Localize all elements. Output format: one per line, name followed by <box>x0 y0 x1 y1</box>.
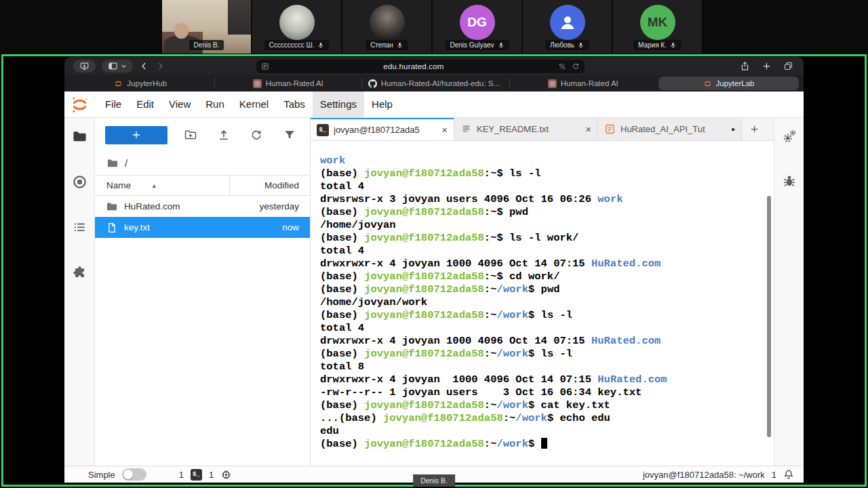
new-folder-button[interactable] <box>184 128 197 142</box>
browser-tab[interactable]: JupyterHub <box>67 78 215 89</box>
terminal-line: (base) jovyan@f180712ada58:~/work$ ls -l <box>320 348 774 361</box>
doc-tab[interactable]: $_jovyan@f180712ada5× <box>311 118 454 140</box>
debugger-tab[interactable] <box>782 174 797 188</box>
file-row[interactable]: key.txtnow <box>95 217 310 238</box>
terminal-line: /home/jovyan/work <box>320 296 774 309</box>
forward-button[interactable] <box>155 61 165 71</box>
participant-avatar <box>279 5 315 40</box>
reload-button[interactable] <box>572 62 580 70</box>
terminal-line: total 4 <box>320 180 774 193</box>
terminal-line: (base) jovyan@f180712ada58:~/work$ ls -l <box>320 309 774 322</box>
terminal-line: total 4 <box>320 322 774 335</box>
activity-bar <box>64 118 95 466</box>
participant-tile[interactable]: Любовь <box>523 0 612 54</box>
kernel-count: 1 <box>209 470 214 480</box>
translate-icon[interactable] <box>558 62 566 70</box>
breadcrumb-path: / <box>125 158 127 169</box>
github-favicon <box>368 79 377 88</box>
jupyter-favicon <box>703 79 712 88</box>
participant-tile[interactable]: DGDenis Gulyaev <box>433 0 521 54</box>
menu-view[interactable]: View <box>161 92 198 117</box>
new-tab-button[interactable] <box>762 61 772 71</box>
menu-file[interactable]: File <box>98 92 129 117</box>
column-modified[interactable]: Modified <box>229 176 310 195</box>
mic-icon <box>498 42 505 49</box>
file-browser-panel: / Name ▲ Modified HuRated.comyesterdayke… <box>95 118 311 466</box>
extensions-tab[interactable] <box>72 265 87 281</box>
property-inspector-tab[interactable] <box>782 129 797 144</box>
terminal-line: total 4 <box>320 245 774 258</box>
back-button[interactable] <box>139 61 149 71</box>
session-label[interactable]: jovyan@f180712ada58: ~/work <box>643 470 765 480</box>
terminal-line: (base) jovyan@f180712ada58:~/work$ <box>320 438 774 451</box>
simple-mode-toggle[interactable] <box>122 468 146 481</box>
screen-share-button[interactable] <box>73 60 96 73</box>
terminal-line: (base) jovyan@f180712ada58:~/work$ pwd <box>320 283 774 296</box>
upload-button[interactable] <box>217 128 231 142</box>
participant-name: Степан <box>366 40 408 50</box>
menu-settings[interactable]: Settings <box>313 92 364 117</box>
participant-avatar: DG <box>460 5 495 40</box>
notification-count: 1 <box>772 470 776 480</box>
url-bar-actions <box>558 62 580 70</box>
jupyterlab-body: / Name ▲ Modified HuRated.comyesterdayke… <box>64 117 804 466</box>
filter-button[interactable] <box>283 128 296 142</box>
browser-toolbar: edu.hurated.com <box>64 57 804 75</box>
terminal-icon: $_ <box>317 124 329 136</box>
table-of-contents-tab[interactable] <box>72 220 87 235</box>
menu-kernel[interactable]: Kernel <box>232 92 276 117</box>
file-browser-actions <box>167 128 296 142</box>
plus-icon <box>749 124 760 134</box>
breadcrumb[interactable]: / <box>95 152 310 175</box>
participant-tile[interactable]: Denis B. <box>162 0 251 54</box>
hurated-favicon <box>253 79 262 88</box>
participant-avatar <box>550 5 585 40</box>
share-button[interactable] <box>740 61 750 71</box>
reader-icon[interactable] <box>261 62 269 70</box>
close-tab-button[interactable]: × <box>441 124 448 136</box>
menu-help[interactable]: Help <box>364 92 400 117</box>
participant-strip: Denis B.Cccccccccc Ш.СтепанDGDenis Gulya… <box>0 0 868 54</box>
new-tab-plus-button[interactable] <box>742 118 766 140</box>
browser-tab[interactable]: JupyterLab <box>658 77 799 90</box>
new-launcher-button[interactable] <box>105 126 167 144</box>
file-row[interactable]: HuRated.comyesterday <box>95 196 310 217</box>
browser-tab[interactable]: Human-Rated-AI/hurated-edu: Self-contain… <box>362 78 510 89</box>
terminal-scrollbar[interactable] <box>767 196 771 437</box>
browser-tab[interactable]: Human-Rated AI <box>510 78 657 89</box>
monitor-icon <box>79 61 90 71</box>
participant-name: Cccccccccc Ш. <box>264 40 330 50</box>
participant-name: Любовь <box>545 40 589 50</box>
tab-overview-button[interactable] <box>783 61 793 71</box>
participant-name: Denis Gulyaev <box>445 40 509 50</box>
participant-tile[interactable]: Степан <box>342 0 431 54</box>
participant-tile[interactable]: MKМария К. <box>613 0 702 54</box>
file-browser-toolbar <box>95 118 310 152</box>
terminal-icon: $_ <box>191 469 202 481</box>
bell-icon[interactable] <box>783 469 794 480</box>
menu-run[interactable]: Run <box>198 92 232 117</box>
textfile-icon <box>460 123 472 135</box>
close-tab-button[interactable]: × <box>585 123 591 135</box>
person-icon <box>557 12 578 33</box>
menu-tabs[interactable]: Tabs <box>276 92 313 117</box>
column-name[interactable]: Name ▲ <box>95 180 229 190</box>
doc-tab[interactable]: KEY_README.txt× <box>454 118 598 140</box>
menu-bar: FileEditViewRunKernelTabsSettingsHelp <box>64 92 804 117</box>
screen: Denis B.Cccccccccc Ш.СтепанDGDenis Gulya… <box>0 0 868 488</box>
terminal-output[interactable]: work(base) jovyan@f180712ada58:~$ ls -lt… <box>311 141 774 466</box>
sidebar-button[interactable] <box>102 60 133 73</box>
toolbar-right-cluster <box>740 57 793 75</box>
simple-mode-label: Simple <box>88 470 115 480</box>
toolbar-left-cluster <box>64 60 165 73</box>
browser-tab[interactable]: Human-Rated AI <box>215 78 363 89</box>
running-sessions-tab[interactable] <box>72 174 87 190</box>
refresh-button[interactable] <box>250 128 263 142</box>
file-browser-tab[interactable] <box>72 129 87 144</box>
doc-tab[interactable]: HuRated_AI_API_Tut● <box>598 118 742 140</box>
terminal-line: (base) jovyan@f180712ada58:~$ pwd <box>320 206 774 219</box>
terminal-line: (base) jovyan@f180712ada58:~$ ls -l work… <box>320 232 774 245</box>
participant-tile[interactable]: Cccccccccc Ш. <box>252 0 341 54</box>
url-bar[interactable]: edu.hurated.com <box>256 60 585 73</box>
menu-edit[interactable]: Edit <box>129 92 161 117</box>
